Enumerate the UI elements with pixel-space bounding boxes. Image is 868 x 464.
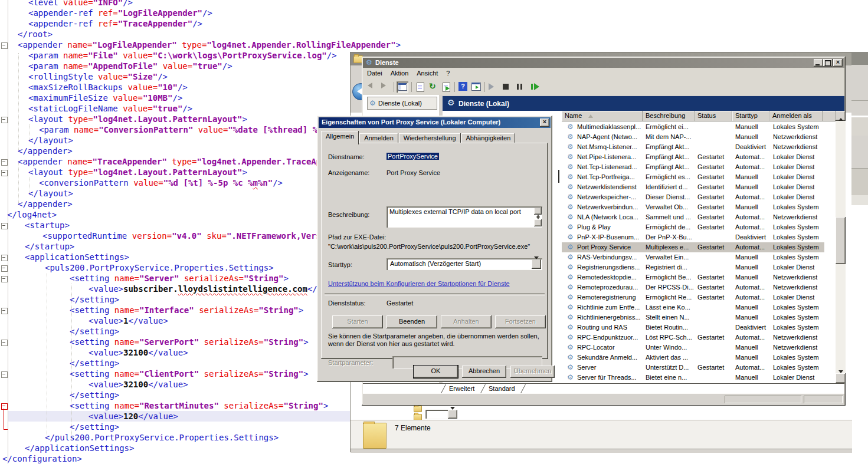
fold-marker[interactable]: [1, 371, 8, 378]
pause-service-icon[interactable]: [517, 84, 519, 90]
textarea-scroll-up[interactable]: [534, 208, 542, 215]
ok-button[interactable]: OK: [414, 366, 458, 378]
service-logon-cell: Netzwerkdienst: [773, 344, 823, 351]
code-token: "LogFileAppender": [92, 40, 176, 50]
tree-item-dienste-lokal[interactable]: ⚙ Dienste (Lokal): [367, 97, 437, 110]
service-row[interactable]: ⚙NAP-Agent (Netwo...Mit dem NAP-...Manue…: [562, 132, 834, 142]
dialog-title: Eigenschaften von Port Proxy Service (Lo…: [322, 119, 500, 126]
fold-marker[interactable]: [1, 223, 8, 229]
tab-standard[interactable]: Standard: [489, 385, 515, 392]
column-header-starttyp[interactable]: Starttyp: [732, 111, 769, 121]
service-row[interactable]: ⚙Netzwerkspeicher-...Dieser Dienst...Ges…: [562, 192, 834, 202]
forward-icon[interactable]: [381, 83, 386, 88]
fold-marker[interactable]: [1, 170, 8, 176]
service-row[interactable]: ⚙Remoteprozedurau...Der RPCSS-Di...Gesta…: [562, 282, 834, 292]
stop-service-icon[interactable]: [503, 84, 509, 90]
menu-item-ansicht[interactable]: Ansicht: [412, 68, 442, 77]
service-row[interactable]: ⚙Richtlinie zum Entfe...Lässt eine Ko...…: [562, 302, 834, 312]
code-line: </setting>: [70, 294, 119, 305]
service-desc-cell: Ermöglicht Re...: [646, 294, 694, 301]
service-row[interactable]: ⚙RAS-Verbindungsv...Verwaltet Ein...Manu…: [562, 252, 834, 262]
service-row[interactable]: ⚙Remotedesktopdie...Ermöglicht Be...Gest…: [562, 272, 834, 282]
startoptions-help-link[interactable]: Unterstützung beim Konfigurieren der Sta…: [328, 280, 510, 287]
service-logon-cell: Lokales System: [773, 364, 823, 371]
fold-marker[interactable]: [1, 117, 8, 123]
refresh-icon[interactable]: ↻: [427, 81, 439, 93]
service-row[interactable]: ⚙RemoteregistrierungErmöglicht Re...Gest…: [562, 292, 834, 302]
service-row[interactable]: ⚙Netzwerkverbindun...Verwaltet Ob...Gest…: [562, 202, 834, 212]
column-header-name[interactable]: Name: [562, 111, 643, 121]
menu-item-datei[interactable]: Datei: [363, 68, 386, 77]
fold-marker[interactable]: [1, 308, 8, 314]
tab-erweitert[interactable]: Erweitert: [449, 385, 474, 392]
taskpad-icon[interactable]: [470, 81, 482, 93]
vertical-scrollbar[interactable]: [836, 111, 846, 383]
console-tree-icon[interactable]: [397, 81, 408, 93]
tab-allgemein[interactable]: Allgemein: [321, 131, 359, 144]
help-icon[interactable]: ?: [457, 81, 469, 93]
code-token: </root>: [18, 29, 53, 39]
abbrechen-button[interactable]: Abbrechen: [462, 366, 506, 378]
service-logon-cell: Lokales System: [773, 324, 823, 331]
properties-icon[interactable]: [414, 81, 426, 93]
combo-dropdown-button[interactable]: [448, 410, 457, 419]
beschreibung-textarea[interactable]: Multiplexes external TCP/IP data on loca…: [386, 206, 542, 228]
code-line: <setting name="RestartMinutes" serialize…: [70, 400, 328, 411]
fold-marker[interactable]: [1, 276, 8, 282]
services-titlebar[interactable]: ⚙ Dienste ×: [363, 58, 844, 68]
beenden-button[interactable]: Beenden: [386, 315, 437, 328]
service-row[interactable]: ⚙Sekundäre Anmeld...Aktiviert das ...Man…: [562, 353, 834, 363]
minimize-button[interactable]: [814, 59, 823, 67]
service-row[interactable]: ⚙Net.Tcp-Portfreiga...Ermöglicht es...Ge…: [562, 172, 834, 182]
folder-combobox[interactable]: [425, 410, 448, 419]
service-row[interactable]: ⚙Port Proxy ServiceMultiplexes e...Gesta…: [562, 242, 824, 252]
service-row[interactable]: ⚙Server für Threads...Bietet eine n...Ma…: [562, 373, 834, 383]
fold-marker[interactable]: [1, 340, 8, 346]
close-icon[interactable]: ×: [540, 119, 549, 127]
service-row[interactable]: ⚙Net.Msmq-Listener...Empfängt Akt...Deak…: [562, 142, 834, 152]
service-row[interactable]: ⚙Richtlinienergebniss...Stellt einen N..…: [562, 312, 834, 323]
service-row[interactable]: ⚙Multimediaklassenpl...Ermöglicht ei...M…: [562, 122, 834, 132]
service-row[interactable]: ⚙Routing und RASBietet Routin...Deaktivi…: [562, 323, 834, 333]
fold-marker[interactable]: [1, 265, 8, 272]
column-header-beschreibung[interactable]: Beschreibung: [643, 111, 695, 121]
fortsetzen-button: Fortsetzen: [495, 315, 546, 328]
chevron-down-icon[interactable]: [532, 259, 541, 269]
scroll-thumb[interactable]: [836, 217, 846, 264]
service-logon-cell: Netzwerkdienst: [773, 284, 823, 291]
menu-item-[interactable]: ?: [442, 68, 454, 77]
column-header-anmeldenals[interactable]: Anmelden als: [769, 111, 823, 121]
dienstname-value[interactable]: PortProxyService: [386, 153, 439, 160]
service-gear-icon: ⚙: [567, 324, 574, 331]
code-token: value=: [113, 93, 143, 103]
dialog-titlebar[interactable]: Eigenschaften von Port Proxy Service (Lo…: [319, 117, 551, 128]
starttyp-combobox[interactable]: Automatisch (Verzögerter Start): [386, 258, 542, 270]
service-row[interactable]: ⚙RPC-LocatorUnter Windo...ManuellNetzwer…: [562, 343, 834, 353]
service-row[interactable]: ⚙PnP-X-IP-Busenum...Der PnP-X-Bu...Deakt…: [562, 232, 834, 242]
back-icon[interactable]: [368, 83, 372, 88]
service-row[interactable]: ⚙ServerUnterstützt D...GestartetAutomat.…: [562, 363, 834, 373]
textarea-scroll-down[interactable]: [534, 219, 542, 226]
menu-item-aktion[interactable]: Aktion: [386, 68, 413, 77]
restart-service-icon[interactable]: [531, 84, 533, 90]
service-starttype-cell: Automat...: [735, 284, 769, 291]
service-row[interactable]: ⚙Registrierungsdiens...Registriert di...…: [562, 262, 834, 272]
scroll-down-button[interactable]: [836, 373, 846, 383]
service-row[interactable]: ⚙Net.Pipe-Listenera...Empfängt Akt...Ges…: [562, 152, 834, 162]
service-desc-cell: Sammelt und ...: [646, 213, 694, 221]
service-row[interactable]: ⚙Net.Tcp-Listenerad...Empfängt Akt...Ges…: [562, 162, 834, 172]
service-row[interactable]: ⚙NLA (Network Loca...Sammelt und ...Gest…: [562, 212, 834, 222]
fold-marker[interactable]: [1, 255, 8, 261]
fold-marker[interactable]: [1, 159, 8, 166]
fold-marker-active[interactable]: [1, 403, 8, 410]
column-header-status[interactable]: Status: [695, 111, 732, 121]
service-row[interactable]: ⚙RPC-Endpunktzuor...Löst RPC-Sch...Gesta…: [562, 333, 834, 343]
service-row[interactable]: ⚙Plug & PlayErmöglicht de...GestartetAut…: [562, 222, 834, 232]
service-row[interactable]: ⚙NetzwerklistendienstIdentifiziert d...G…: [562, 182, 834, 192]
export-list-icon[interactable]: [440, 81, 452, 93]
fold-marker[interactable]: [1, 42, 8, 49]
scroll-up-button[interactable]: [836, 111, 846, 121]
maximize-button[interactable]: [823, 59, 833, 67]
code-token: <value>: [89, 412, 123, 421]
close-button[interactable]: ×: [833, 59, 843, 67]
